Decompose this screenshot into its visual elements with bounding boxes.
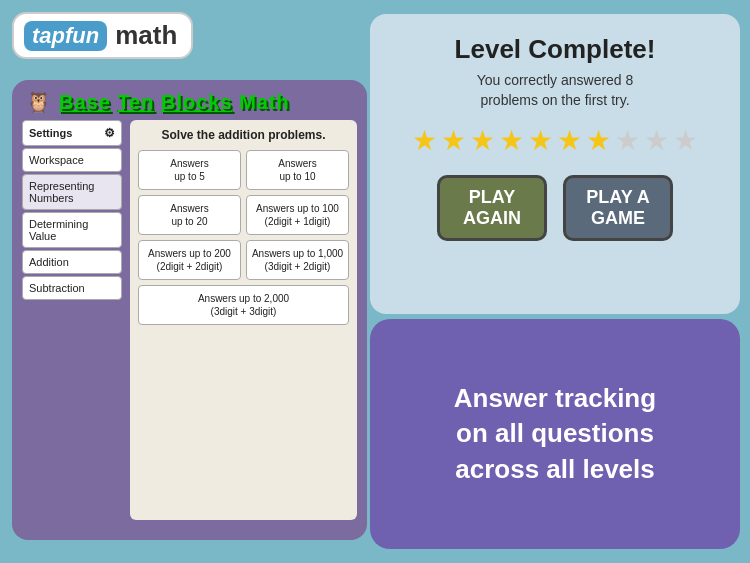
subtraction-label: Subtraction	[29, 282, 85, 294]
sidebar-menu: Settings ⚙ Workspace RepresentingNumbers…	[22, 120, 122, 520]
sidebar-item-subtraction[interactable]: Subtraction	[22, 276, 122, 300]
stars-row: ★ ★ ★ ★ ★ ★ ★ ★ ★ ★	[390, 124, 720, 157]
star-9: ★	[644, 124, 669, 157]
btn-answers-200[interactable]: Answers up to 200(2digit + 2digit)	[138, 240, 241, 280]
addition-label: Addition	[29, 256, 69, 268]
star-6: ★	[557, 124, 582, 157]
btn-answers-2000[interactable]: Answers up to 2,000(3digit + 3digit)	[138, 285, 349, 325]
determining-value-label: DeterminingValue	[29, 218, 88, 242]
sidebar-item-settings[interactable]: Settings ⚙	[22, 120, 122, 146]
logo-area: tapfun math	[12, 12, 193, 59]
workspace-label: Workspace	[29, 154, 84, 166]
gear-icon: ⚙	[104, 126, 115, 140]
btn-answers-5[interactable]: Answersup to 5	[138, 150, 241, 190]
tracking-text: Answer trackingon all questionsacross al…	[454, 381, 656, 486]
level-complete-title: Level Complete!	[390, 34, 720, 65]
level-complete-panel: Level Complete! You correctly answered 8…	[370, 14, 740, 314]
tapfun-logo: tapfun	[24, 21, 107, 51]
sidebar-item-representing-numbers[interactable]: RepresentingNumbers	[22, 174, 122, 210]
play-game-button[interactable]: PLAY AGAME	[563, 175, 673, 241]
owl-icon: 🦉	[26, 90, 51, 114]
btn-answers-20[interactable]: Answersup to 20	[138, 195, 241, 235]
star-3: ★	[470, 124, 495, 157]
tracking-panel: Answer trackingon all questionsacross al…	[370, 319, 740, 549]
star-4: ★	[499, 124, 524, 157]
star-1: ★	[412, 124, 437, 157]
btn-answers-100[interactable]: Answers up to 100(2digit + 1digit)	[246, 195, 349, 235]
main-content: Solve the addition problems. Answersup t…	[130, 120, 357, 520]
star-10: ★	[673, 124, 698, 157]
button-grid: Answersup to 5 Answersup to 10 Answersup…	[138, 150, 349, 325]
star-5: ★	[528, 124, 553, 157]
left-panel: 🦉 Base Ten Blocks Math Settings ⚙ Worksp…	[12, 80, 367, 540]
sidebar-item-addition[interactable]: Addition	[22, 250, 122, 274]
representing-numbers-label: RepresentingNumbers	[29, 180, 94, 204]
play-again-button[interactable]: PLAYAGAIN	[437, 175, 547, 241]
app-title: Base Ten Blocks Math	[59, 91, 290, 114]
settings-label: Settings	[29, 127, 72, 139]
main-title: Solve the addition problems.	[138, 128, 349, 142]
star-8: ★	[615, 124, 640, 157]
btn-answers-10[interactable]: Answersup to 10	[246, 150, 349, 190]
math-logo: math	[115, 20, 177, 51]
app-header: 🦉 Base Ten Blocks Math	[12, 80, 367, 120]
sidebar-item-workspace[interactable]: Workspace	[22, 148, 122, 172]
sidebar-item-determining-value[interactable]: DeterminingValue	[22, 212, 122, 248]
btn-answers-1000[interactable]: Answers up to 1,000(3digit + 2digit)	[246, 240, 349, 280]
play-buttons: PLAYAGAIN PLAY AGAME	[390, 175, 720, 241]
level-complete-subtitle: You correctly answered 8problems on the …	[390, 71, 720, 110]
star-7: ★	[586, 124, 611, 157]
left-inner: Settings ⚙ Workspace RepresentingNumbers…	[22, 120, 357, 520]
star-2: ★	[441, 124, 466, 157]
